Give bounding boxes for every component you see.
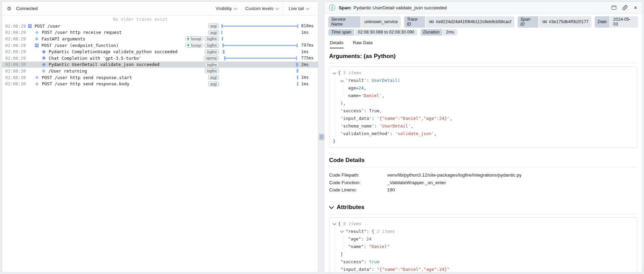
- indent-guide: [340, 92, 348, 100]
- close-icon[interactable]: ✕: [634, 6, 637, 10]
- collapse-chevron-icon[interactable]: [333, 222, 336, 225]
- scope-badge-logfire[interactable]: logfire: [205, 43, 219, 48]
- meta-duration: Duration2ms: [421, 29, 458, 36]
- code-line: "age": 24: [333, 235, 634, 243]
- code-line: 'schema_name': 'UserDetail',: [333, 122, 634, 130]
- scope-badge-logfire[interactable]: logfire: [205, 36, 219, 41]
- span-name-label: Pydantic UserDetail validate_json succee…: [354, 5, 447, 10]
- duration-bar-track: [221, 81, 298, 87]
- duration-label: 810ms: [298, 23, 318, 28]
- code-token: "input_data":: [340, 266, 377, 273]
- code-line: age=24,: [333, 84, 634, 92]
- code-token: "name":: [348, 243, 369, 251]
- scope-badge-asgi[interactable]: asgi: [208, 75, 219, 80]
- indent-guide: [333, 228, 340, 235]
- meta-duration-label: Duration: [421, 29, 442, 36]
- trace-row[interactable]: 02:08:30/User returninglogfire: [2, 68, 318, 74]
- trace-span-label: /User returning: [48, 68, 87, 74]
- code-line: { 9 items: [333, 220, 634, 228]
- trace-row[interactable]: 02:08:29Pydantic CompletionUsage validat…: [2, 48, 318, 55]
- duration-bar-track: [221, 48, 298, 55]
- trace-row[interactable]: 02:08:29POST /userasgi810ms: [2, 23, 318, 29]
- collapse-toggle-icon[interactable]: [28, 24, 32, 28]
- live-tail-dropdown-label: Live tail: [289, 6, 304, 11]
- scope-badge-fastapi[interactable]: fastapi: [185, 43, 203, 48]
- toggle-panel-layout-button[interactable]: [612, 6, 616, 10]
- meta-service-name-label: Service Name: [328, 16, 361, 28]
- code-token: ,: [411, 122, 413, 130]
- code-token: "age":: [348, 235, 366, 243]
- meta-service-name-value: unknown_service: [361, 16, 401, 28]
- trace-row[interactable]: 02:08:29FastAPI argumentsfastapilogfire: [2, 36, 318, 42]
- scope-badge-asgi[interactable]: asgi: [208, 23, 219, 28]
- meta-service-name: Service Nameunknown_service: [328, 16, 401, 28]
- span-title: Span:Pydantic UserDetail validate_json s…: [339, 5, 447, 10]
- trace-row[interactable]: 02:08:30Pydantic UserDetail validate_jso…: [2, 62, 318, 68]
- trace-timestamp: 02:08:29: [5, 49, 27, 54]
- trace-row[interactable]: 02:08:29Chat Completion with 'gpt-3.5-tu…: [2, 55, 318, 62]
- trace-timestamp: 02:08:29: [5, 56, 27, 61]
- duration-bar: [222, 37, 223, 41]
- collapse-chevron-icon[interactable]: [329, 204, 334, 209]
- scope-badge-asgi[interactable]: asgi: [208, 30, 219, 35]
- code-token: ,: [364, 84, 366, 92]
- scope-badge-logfire[interactable]: logfire: [205, 62, 219, 67]
- meta-span-id-value[interactable]: #3e175db4f0b20177: [539, 16, 592, 28]
- trace-row[interactable]: 02:08:29POST /user (endpoint_function)fa…: [2, 42, 318, 49]
- green-dot-icon: [187, 44, 189, 46]
- copy-link-button[interactable]: [622, 5, 628, 10]
- duration-label: 1ms: [298, 49, 318, 54]
- panel-resize-handle[interactable]: [319, 134, 325, 140]
- meta-time-span-value: 02:08:30.088 to 02:08:30.090: [355, 29, 417, 36]
- code-token: 'success': True,: [340, 107, 382, 115]
- indent-guide: [333, 122, 340, 130]
- arguments-section-header: Arguments: (as Python): [329, 53, 637, 63]
- collapse-chevron-icon[interactable]: [340, 229, 344, 233]
- trace-span-tree: /User returninglogfire: [27, 68, 221, 74]
- trace-row[interactable]: 02:08:30POST /user http send response.st…: [2, 74, 318, 81]
- meta-date-label: Date: [595, 16, 609, 28]
- duration-bar-track: [221, 62, 298, 68]
- visibility-dropdown[interactable]: Visibility: [212, 6, 241, 11]
- collapse-chevron-icon[interactable]: [340, 78, 344, 82]
- collapse-chevron-icon[interactable]: [333, 71, 336, 74]
- trace-row[interactable]: 02:08:30POST /user http send response.bo…: [2, 81, 318, 87]
- duration-bar: [221, 26, 298, 27]
- tab-raw-data[interactable]: Raw Data: [353, 40, 373, 48]
- live-tail-dropdown[interactable]: Live tail: [283, 6, 318, 11]
- indent-guide: [333, 100, 340, 107]
- scope-badge-logfire[interactable]: logfire: [205, 68, 219, 73]
- scope-badge-asgi[interactable]: asgi: [208, 82, 219, 86]
- duration-bar: [222, 45, 298, 46]
- scope-badges: asgi: [208, 75, 221, 80]
- code-token: ,: [434, 130, 437, 138]
- info-icon: i: [329, 4, 335, 11]
- code-token: 'schema_name':: [340, 122, 379, 130]
- scope-badge-fastapi[interactable]: fastapi: [185, 36, 203, 41]
- duration-bar: [297, 76, 298, 79]
- indent-guide: [340, 243, 348, 251]
- scope-badge-openai[interactable]: openai: [204, 56, 219, 60]
- scope-badge-logfire[interactable]: logfire: [205, 49, 219, 54]
- trace-span-tree: POST /user (endpoint_function)fastapilog…: [27, 43, 221, 48]
- trace-span-tree: POST /userasgi: [27, 23, 221, 29]
- code-token: true: [369, 258, 379, 266]
- trace-span-label: POST /user http send response.start: [42, 75, 132, 80]
- duration-label: 1ms: [298, 30, 318, 35]
- meta-span-id: Span ID#3e175db4f0b20177: [518, 16, 592, 28]
- gear-icon[interactable]: ⚙: [7, 6, 11, 11]
- code-function-label: Code Function:: [329, 179, 387, 187]
- tab-details[interactable]: Details: [330, 40, 344, 48]
- code-token: 24: [366, 235, 372, 243]
- span-kind-icon: [42, 56, 46, 60]
- span-kind-icon: [35, 30, 39, 34]
- code-details-rows: Code Filepath: venv/lib/python3.12/site-…: [329, 171, 637, 194]
- duration-label: 775ms: [298, 56, 318, 60]
- meta-trace-id-value[interactable]: #e8224d24d41f064b112c6eb9cb58cacf: [426, 16, 515, 28]
- trace-row[interactable]: 02:08:29POST /user http receive requesta…: [2, 29, 318, 36]
- code-token: {: [338, 220, 343, 228]
- custom-levels-dropdown[interactable]: Custom levels: [241, 6, 283, 11]
- collapse-toggle-icon[interactable]: [35, 44, 39, 47]
- trace-span-label: POST /user (endpoint_function): [41, 43, 119, 48]
- trace-span-label: Pydantic UserDetail validate_json succee…: [49, 62, 160, 67]
